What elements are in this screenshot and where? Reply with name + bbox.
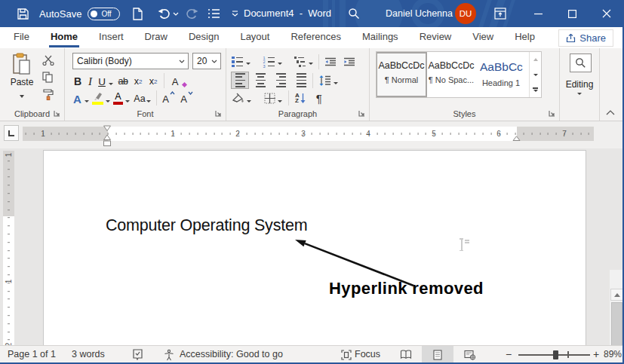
tab-view[interactable]: View <box>462 27 504 48</box>
font-name-combo[interactable]: Calibri (Body) <box>72 53 189 69</box>
align-left-button[interactable] <box>232 72 248 88</box>
tab-insert[interactable]: Insert <box>88 27 134 48</box>
customize-qat-icon[interactable] <box>232 11 238 17</box>
new-document-icon[interactable] <box>132 8 143 20</box>
document-heading[interactable]: Computer Operating System <box>106 216 307 235</box>
avatar[interactable]: DU <box>455 3 476 24</box>
share-button[interactable]: Share <box>558 29 613 47</box>
font-size-combo[interactable]: 20 <box>192 53 221 69</box>
cut-button[interactable] <box>42 55 54 66</box>
autosave-toggle[interactable]: Off <box>88 8 120 20</box>
chevron-down-icon[interactable] <box>334 82 338 84</box>
tab-mailings[interactable]: Mailings <box>352 27 409 48</box>
chevron-down-icon[interactable] <box>278 63 282 65</box>
web-layout-button[interactable] <box>456 346 484 363</box>
chevron-down-icon[interactable] <box>247 100 251 102</box>
tab-draw[interactable]: Draw <box>134 27 178 48</box>
style-normal[interactable]: AaBbCcDc ¶ Normal <box>377 54 426 96</box>
highlight-button[interactable] <box>92 91 103 105</box>
style-heading1[interactable]: AaBbCc Heading 1 <box>477 54 525 96</box>
line-spacing-button[interactable] <box>319 73 331 88</box>
print-layout-button[interactable] <box>422 346 453 363</box>
bullets-button[interactable] <box>232 54 243 69</box>
close-button[interactable] <box>589 0 623 27</box>
style-no-spacing[interactable]: AaBbCcDc ¶ No Spac... <box>427 54 475 96</box>
shrink-font-button[interactable]: A <box>178 90 189 106</box>
borders-button[interactable] <box>264 90 275 106</box>
shading-button[interactable] <box>232 90 244 106</box>
multilevel-list-button[interactable] <box>294 54 306 69</box>
word-count[interactable]: 3 words <box>72 346 105 363</box>
page-indicator[interactable]: Page 1 of 1 <box>8 346 56 363</box>
tab-file[interactable]: File <box>3 27 40 48</box>
accessibility-icon[interactable] <box>163 349 175 364</box>
search-icon[interactable] <box>348 8 360 20</box>
align-right-button[interactable] <box>276 73 286 88</box>
italic-button[interactable]: I <box>85 73 96 88</box>
styles-scroll-up[interactable] <box>530 52 541 67</box>
right-indent-marker[interactable] <box>512 136 521 141</box>
zoom-level[interactable]: 89% <box>604 346 622 363</box>
chevron-down-icon[interactable] <box>85 100 89 102</box>
bold-button[interactable]: B <box>71 73 85 88</box>
bullet-list-icon[interactable] <box>207 8 220 19</box>
tab-layout[interactable]: Layout <box>229 27 280 48</box>
tab-design[interactable]: Design <box>178 27 229 48</box>
read-mode-button[interactable] <box>392 346 420 363</box>
maximize-button[interactable] <box>555 0 589 27</box>
styles-scroll-down[interactable] <box>530 67 541 82</box>
increase-indent-button[interactable] <box>343 54 355 69</box>
chevron-down-icon[interactable] <box>246 63 251 65</box>
copy-button[interactable] <box>42 72 54 83</box>
font-dialog-launcher[interactable] <box>215 110 222 117</box>
tab-references[interactable]: References <box>280 27 351 48</box>
vertical-ruler[interactable]: 1 1 2 <box>3 151 14 345</box>
font-color-button[interactable]: A <box>113 91 123 105</box>
underline-button[interactable]: U <box>96 73 108 88</box>
subscript-button[interactable]: x2 <box>131 73 146 88</box>
format-painter-button[interactable] <box>42 89 54 100</box>
chevron-down-icon[interactable] <box>278 100 282 102</box>
zoom-in-button[interactable]: + <box>593 346 599 363</box>
strikethrough-button[interactable]: ab <box>115 73 131 88</box>
numbering-button[interactable]: 123 <box>263 54 275 69</box>
clipboard-dialog-launcher[interactable] <box>54 110 60 117</box>
chevron-down-icon[interactable] <box>106 100 110 102</box>
decrease-indent-button[interactable] <box>324 54 337 69</box>
vertical-scrollbar[interactable] <box>610 270 624 345</box>
minimize-button[interactable] <box>521 0 555 27</box>
chevron-down-icon[interactable] <box>309 63 313 65</box>
tab-help[interactable]: Help <box>504 27 546 48</box>
ribbon-display-options-icon[interactable] <box>494 8 506 20</box>
scrollbar-thumb[interactable] <box>611 302 622 345</box>
styles-more-button[interactable] <box>530 82 541 97</box>
undo-button[interactable] <box>158 8 179 20</box>
chevron-down-icon[interactable] <box>125 100 130 102</box>
tab-selector[interactable] <box>4 125 19 141</box>
document-page[interactable]: Computer Operating System Hyperlink remo… <box>43 150 586 345</box>
paragraph-dialog-launcher[interactable] <box>358 110 365 117</box>
superscript-button[interactable]: x2 <box>146 73 161 88</box>
grow-font-button[interactable]: A <box>160 90 171 106</box>
scroll-up-button[interactable] <box>610 289 623 301</box>
editing-button[interactable] <box>570 54 592 72</box>
user-name[interactable]: Daniel Uchenna <box>386 0 453 27</box>
text-effects-button[interactable]: A <box>71 90 84 106</box>
tab-home[interactable]: Home <box>40 27 88 48</box>
clear-formatting-button[interactable]: A <box>168 73 183 88</box>
zoom-slider-handle[interactable] <box>553 350 558 359</box>
chevron-down-icon[interactable] <box>109 83 113 85</box>
accessibility-status[interactable]: Accessibility: Good to go <box>180 346 283 363</box>
justify-button[interactable] <box>297 73 306 88</box>
collapse-ribbon-icon[interactable] <box>606 110 615 115</box>
zoom-out-button[interactable]: − <box>506 346 512 363</box>
styles-dialog-launcher[interactable] <box>549 110 555 117</box>
tab-review[interactable]: Review <box>409 27 463 48</box>
save-icon[interactable] <box>17 8 29 20</box>
focus-button[interactable]: Focus <box>355 346 380 363</box>
paste-button[interactable]: Paste <box>7 53 37 106</box>
show-marks-button[interactable]: ¶ <box>316 90 322 106</box>
proofing-icon[interactable] <box>132 349 143 364</box>
redo-button[interactable] <box>186 8 198 20</box>
align-center-button[interactable] <box>256 73 266 88</box>
